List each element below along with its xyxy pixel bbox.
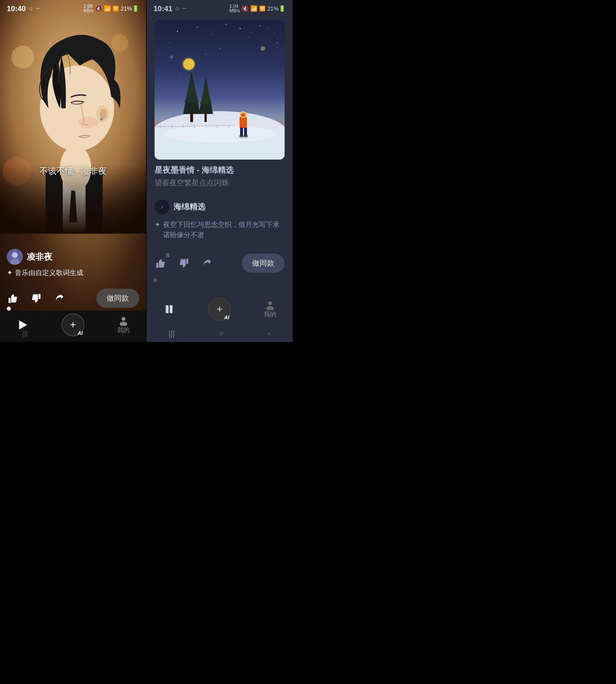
wifi-icon-left: 🛜 (113, 5, 119, 12)
action-bar-left: 做同款 (7, 289, 139, 308)
svg-point-27 (240, 28, 241, 29)
svg-point-32 (248, 37, 249, 37)
mine-nav-right[interactable]: 我的 (264, 300, 276, 319)
time-display-right: 10:41 ☺ ··· (153, 4, 186, 13)
svg-point-70 (169, 139, 169, 140)
svg-point-17 (12, 252, 18, 258)
mute-icon-left: 🔇 (95, 5, 102, 12)
svg-point-40 (261, 46, 265, 51)
svg-point-72 (234, 60, 235, 60)
do-same-button-right[interactable]: 做同款 (242, 254, 285, 273)
svg-point-74 (254, 51, 255, 51)
sys-nav-right: ||| ○ ‹ (147, 325, 292, 342)
battery-left: 21%🔋 (120, 5, 139, 12)
status-icons-right: 1.04MB/s 🔇 📶 🛜 21%🔋 (229, 4, 286, 13)
svg-point-20 (122, 317, 126, 321)
like-button-right[interactable]: 8 (155, 257, 167, 270)
sparkle-icon-left: ✦ (7, 269, 13, 277)
time-display-left: 10:40 ☺ ··· (7, 4, 40, 13)
svg-point-76 (268, 65, 269, 66)
like-button-left[interactable] (7, 292, 19, 305)
song-title-right: 星夜墨香情 - 海绵精选 (155, 165, 285, 176)
signal-icon-left: 📶 (104, 5, 111, 12)
svg-point-30 (169, 43, 169, 43)
add-ai-button-right[interactable]: + AI (208, 298, 231, 321)
svg-text:♪: ♪ (161, 204, 163, 210)
song-title-overlay: 不该不懂 - 凌非夜 (0, 165, 146, 177)
svg-rect-54 (244, 128, 247, 136)
share-button-right[interactable] (200, 257, 213, 270)
nav-home-icon-right[interactable]: ○ (219, 329, 224, 338)
channel-icon: ♪ (155, 200, 169, 214)
dislike-button-left[interactable] (30, 292, 42, 305)
svg-point-57 (238, 136, 249, 139)
do-same-button-left[interactable]: 做同款 (96, 289, 139, 308)
svg-rect-15 (0, 0, 146, 234)
song-subtitle-right: 望着夜空繁星点点闪烁 (155, 178, 285, 188)
sparkle-icon-right: ✦ (155, 220, 160, 240)
svg-point-37 (251, 32, 252, 33)
network-speed-left: 2.08KB/s (84, 4, 93, 13)
status-bar-right: 10:41 ☺ ··· 1.04MB/s 🔇 📶 🛜 21%🔋 (147, 0, 292, 17)
ai-badge-text-left: 音乐由自定义歌词生成 (15, 268, 83, 277)
album-art (155, 20, 285, 160)
svg-point-44 (162, 126, 277, 142)
svg-rect-80 (170, 305, 173, 313)
mute-icon-right: 🔇 (242, 5, 249, 12)
battery-right: 21%🔋 (267, 5, 286, 12)
svg-point-29 (274, 32, 274, 33)
svg-point-28 (260, 25, 261, 26)
nav-home-icon-left[interactable]: ○ (72, 329, 77, 338)
left-bottom-content: 凌非夜 ✦ 音乐由自定义歌词生成 做同款 (0, 249, 146, 308)
svg-point-73 (206, 54, 206, 55)
svg-point-71 (220, 48, 221, 49)
svg-point-35 (268, 28, 269, 29)
action-bar-right: 8 做同款 (155, 254, 285, 273)
status-menu-icon-right: ··· (182, 6, 186, 12)
portrait-illustration (0, 0, 146, 234)
svg-point-31 (225, 24, 226, 25)
song-title-left: 不该不懂 - 凌非夜 (39, 166, 107, 176)
svg-point-67 (211, 138, 212, 139)
nav-menu-icon-left[interactable]: ||| (22, 329, 28, 338)
svg-point-82 (266, 306, 274, 310)
artist-avatar (7, 249, 23, 265)
svg-rect-53 (240, 128, 243, 136)
svg-point-34 (189, 40, 189, 40)
wifi-icon-right: 🛜 (259, 5, 265, 12)
svg-rect-79 (166, 305, 169, 313)
share-button-left[interactable] (52, 292, 65, 305)
status-menu-icon: ··· (36, 6, 40, 12)
progress-dot-left (7, 307, 11, 311)
svg-point-68 (262, 132, 264, 133)
nav-back-icon-left[interactable]: ‹ (122, 329, 124, 338)
ai-label-right: AI (224, 315, 229, 321)
network-speed-right: 1.04MB/s (229, 4, 240, 13)
svg-point-39 (182, 57, 196, 71)
progress-dot-right (153, 278, 157, 282)
svg-rect-51 (240, 117, 247, 128)
svg-point-26 (211, 34, 212, 35)
right-panel: 10:41 ☺ ··· 1.04MB/s 🔇 📶 🛜 21%🔋 (147, 0, 292, 342)
artist-name-left: 凌非夜 (27, 251, 52, 263)
nav-back-icon-right[interactable]: ‹ (268, 329, 270, 338)
bottom-nav-right: + AI 我的 (147, 294, 292, 325)
dislike-button-right[interactable] (177, 257, 190, 270)
svg-rect-47 (190, 113, 193, 122)
svg-point-41 (170, 55, 173, 59)
left-panel: 10:40 ☺ ··· 2.08KB/s 🔇 📶 🛜 21%🔋 不该不懂 - 凌… (0, 0, 146, 342)
svg-point-33 (277, 43, 278, 43)
pause-button-right[interactable] (163, 303, 175, 316)
artist-info-row: 凌非夜 (7, 249, 139, 265)
nav-menu-icon-right[interactable]: ||| (169, 329, 175, 338)
svg-point-75 (180, 77, 181, 77)
svg-point-66 (177, 133, 178, 135)
like-count: 8 (166, 252, 169, 258)
status-dot-icon: ☺ (28, 6, 34, 12)
status-icons-left: 2.08KB/s 🔇 📶 🛜 21%🔋 (84, 4, 139, 13)
night-scene-illustration (155, 20, 285, 160)
status-bar-left: 10:40 ☺ ··· 2.08KB/s 🔇 📶 🛜 21%🔋 (0, 0, 146, 17)
svg-point-81 (268, 301, 272, 305)
svg-point-69 (274, 137, 275, 137)
mine-label-right: 我的 (264, 310, 276, 319)
